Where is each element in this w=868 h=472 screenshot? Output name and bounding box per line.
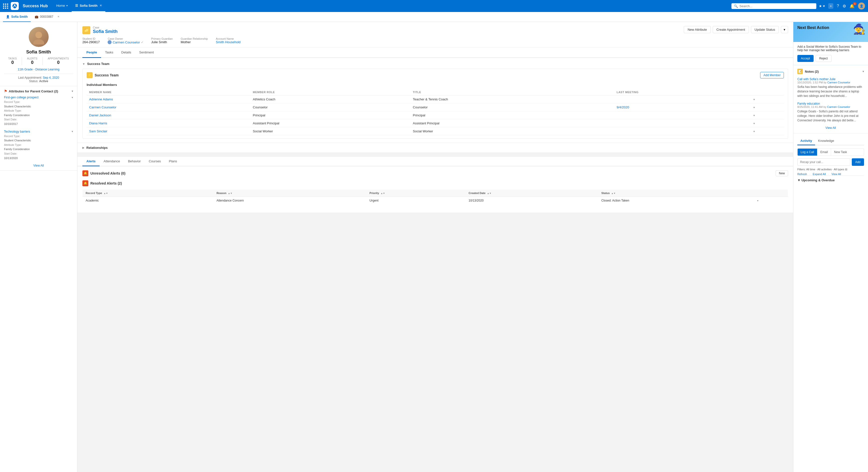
favorites-icon[interactable]: ★ ▾ bbox=[819, 4, 825, 8]
create-appointment-button[interactable]: Create Appointment bbox=[713, 26, 749, 33]
recap-row: Add bbox=[797, 158, 864, 166]
col-title: TITLE bbox=[410, 89, 614, 95]
upcoming-collapse-icon[interactable]: ▼ bbox=[797, 178, 801, 182]
subtab-dropdown-icon[interactable]: ▾ bbox=[55, 15, 56, 18]
search-input[interactable] bbox=[739, 4, 814, 8]
account-name-link[interactable]: Smith Household bbox=[216, 40, 241, 44]
btab-behavior[interactable]: Behavior bbox=[124, 157, 145, 166]
action-tab-new-task[interactable]: New Task bbox=[831, 149, 850, 155]
nav-tab-home[interactable]: Home ▾ bbox=[53, 0, 71, 12]
tab-sentiment[interactable]: Sentiment bbox=[135, 48, 158, 58]
attribute-dropdown-0[interactable]: ▾ bbox=[72, 96, 73, 99]
add-icon[interactable]: + bbox=[828, 3, 833, 9]
alerts-section: 🔔 Unresolved Alerts (0) New 🔔 Resolved A… bbox=[78, 166, 793, 212]
attr-rt-label-0: Record Type: bbox=[4, 100, 20, 104]
note-meta-0: 10/13/2020, 1:52 PM by Carmen Counselor bbox=[797, 81, 864, 84]
app-grid-icon[interactable] bbox=[3, 3, 8, 9]
student-card: Sofia Smith TASKS 0 ALERTS 0 APPOINTMENT… bbox=[0, 22, 77, 86]
activity-tab-activity[interactable]: Activity bbox=[797, 137, 815, 145]
attribute-dropdown-1[interactable]: ▾ bbox=[72, 130, 73, 133]
update-status-button[interactable]: Update Status bbox=[751, 26, 779, 33]
subtabs-bar: 👤 Sofia Smith 💼 00003887 ▾ ✕ bbox=[0, 12, 868, 22]
sofia-tab-close-icon[interactable]: ✕ bbox=[100, 4, 102, 7]
notes-view-all[interactable]: View All bbox=[797, 126, 864, 129]
last-appt-date[interactable]: Sep 4, 2020 bbox=[43, 76, 59, 80]
account-name-label: Account Name bbox=[216, 37, 241, 40]
case-header: 📁 Case Sofia Smith Student ID 264-290817… bbox=[78, 22, 793, 48]
member-name-4[interactable]: Sam Sinclair bbox=[89, 129, 107, 133]
member-name-1[interactable]: Carmen Counselor bbox=[89, 106, 116, 109]
action-tab-log-call[interactable]: Log a Call bbox=[798, 149, 817, 155]
nba-actions: Accept Reject bbox=[797, 55, 864, 62]
recap-input[interactable] bbox=[797, 158, 850, 166]
member-name-0[interactable]: Adrienne Adams bbox=[89, 97, 113, 101]
alert-col-created-date[interactable]: Created Date ▲▼ bbox=[466, 189, 598, 197]
nav-tab-sofia[interactable]: ☰ Sofia Smith ✕ bbox=[72, 0, 105, 12]
action-tab-email[interactable]: Email bbox=[817, 149, 831, 155]
refresh-link[interactable]: Refresh bbox=[797, 173, 807, 176]
member-row-2: Daniel Jackson Principal Principal ▾ bbox=[87, 111, 784, 119]
settings-icon[interactable]: ⚙ bbox=[842, 4, 846, 8]
help-icon[interactable]: ? bbox=[837, 4, 839, 8]
member-action-2[interactable]: ▾ bbox=[753, 114, 755, 117]
member-action-1[interactable]: ▾ bbox=[753, 106, 755, 109]
subtab-sofia-smith[interactable]: 👤 Sofia Smith bbox=[3, 12, 31, 22]
subtab-close-icon[interactable]: ✕ bbox=[57, 15, 59, 18]
primary-guardian-meta: Primary Guardian Julie Smith bbox=[151, 37, 173, 44]
view-all-link[interactable]: View All bbox=[832, 173, 841, 176]
member-meeting-1[interactable]: 9/4/2020 bbox=[614, 104, 751, 111]
member-name-3[interactable]: Diana Harris bbox=[89, 121, 107, 125]
member-meeting-4 bbox=[614, 127, 751, 135]
subtab-case-number[interactable]: 💼 00003887 ▾ ✕ bbox=[32, 12, 62, 22]
new-alert-button[interactable]: New bbox=[776, 170, 788, 176]
filter-icon[interactable]: ⊟ bbox=[845, 168, 847, 171]
primary-guardian-value: Julie Smith bbox=[151, 40, 167, 44]
unresolved-alerts-title: 🔔 Unresolved Alerts (0) bbox=[82, 170, 125, 176]
add-member-button[interactable]: Add Member bbox=[760, 72, 784, 79]
alert-col-record-type[interactable]: Record Type ▲▼ bbox=[83, 189, 214, 197]
expand-all-link[interactable]: Expand All bbox=[813, 173, 826, 176]
btab-courses[interactable]: Courses bbox=[145, 157, 165, 166]
note-author-0[interactable]: Carmen Counselor bbox=[827, 81, 850, 84]
member-action-4[interactable]: ▾ bbox=[753, 130, 755, 133]
tab-details[interactable]: Details bbox=[117, 48, 135, 58]
student-name: Sofia Smith bbox=[4, 50, 73, 55]
home-tab-dropdown-icon[interactable]: ▾ bbox=[66, 4, 68, 7]
attributes-toggle-icon[interactable]: ▾ bbox=[72, 89, 73, 93]
alert-row-dropdown-0[interactable]: ▾ bbox=[757, 199, 758, 202]
add-button[interactable]: Add bbox=[852, 158, 864, 166]
note-link-0[interactable]: Call with Sofia's mother Julie bbox=[797, 78, 836, 81]
success-team-collapsible[interactable]: ▼ Success Team bbox=[82, 62, 788, 66]
btab-attendance[interactable]: Attendance bbox=[100, 157, 124, 166]
case-actions-dropdown[interactable]: ▾ bbox=[781, 26, 788, 33]
activity-tab-knowledge[interactable]: Knowledge bbox=[815, 137, 837, 145]
btab-plans[interactable]: Plans bbox=[165, 157, 181, 166]
tab-tasks[interactable]: Tasks bbox=[101, 48, 117, 58]
attr-rt-value-0: Student Characteristic bbox=[4, 105, 73, 109]
nba-reject-button[interactable]: Reject bbox=[815, 55, 832, 62]
member-title-1: Counselor bbox=[410, 104, 614, 111]
relationships-collapsible[interactable]: ▶ Relationships bbox=[82, 146, 788, 150]
grade-badge[interactable]: 11th Grade - Distance Learning bbox=[4, 68, 73, 71]
notes-toggle-icon[interactable]: ▾ bbox=[863, 70, 864, 73]
tasks-label: TASKS bbox=[8, 57, 17, 60]
tab-people[interactable]: People bbox=[82, 48, 101, 58]
alert-col-reason[interactable]: Reason ▲▼ bbox=[213, 189, 367, 197]
alert-col-status[interactable]: Status ▲▼ bbox=[598, 189, 754, 197]
case-name[interactable]: Sofia Smith bbox=[93, 29, 118, 34]
notifications-bell[interactable]: 🔔 1 bbox=[849, 4, 855, 8]
user-avatar[interactable]: 👤 bbox=[858, 2, 865, 9]
alert-col-priority[interactable]: Priority ▲▼ bbox=[367, 189, 466, 197]
note-link-1[interactable]: Family education bbox=[797, 102, 820, 106]
nba-accept-button[interactable]: Accept bbox=[797, 55, 813, 62]
member-action-0[interactable]: ▾ bbox=[753, 98, 755, 101]
member-action-3[interactable]: ▾ bbox=[753, 122, 755, 125]
attribute-link-1[interactable]: Technology barriers bbox=[4, 130, 30, 134]
note-author-1[interactable]: Carmen Counselor bbox=[827, 106, 850, 108]
new-attribute-button[interactable]: New Attribute bbox=[684, 26, 711, 33]
attributes-view-all[interactable]: View All bbox=[4, 164, 73, 167]
btab-alerts[interactable]: Alerts bbox=[82, 157, 100, 166]
attribute-link-0[interactable]: First-gen college prospect bbox=[4, 96, 38, 99]
member-name-2[interactable]: Daniel Jackson bbox=[89, 113, 111, 117]
case-owner-link[interactable]: Carmen Counselor bbox=[113, 40, 140, 44]
